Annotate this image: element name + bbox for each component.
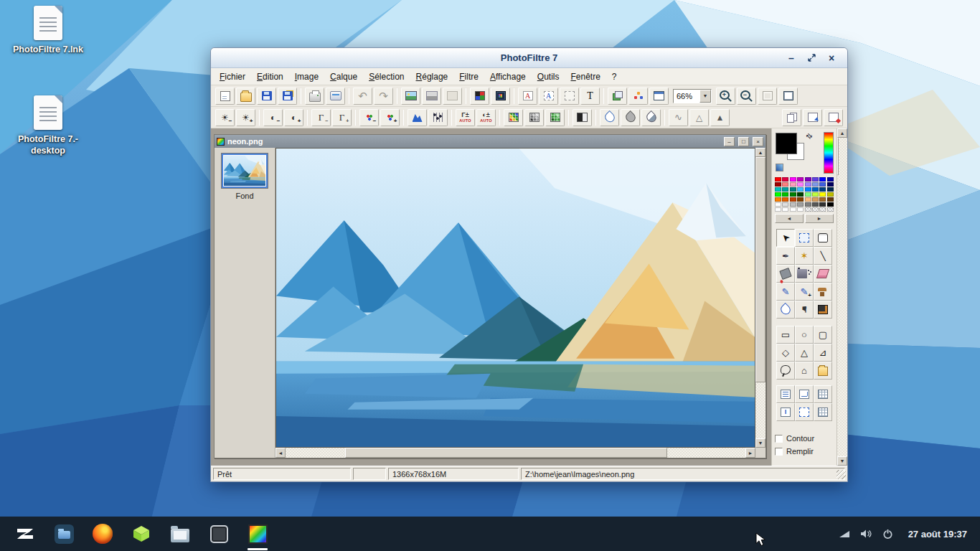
palette-color[interactable] — [805, 202, 811, 207]
window-titlebar[interactable]: PhotoFiltre 7 – × — [211, 48, 847, 68]
palette-color[interactable] — [827, 192, 834, 197]
palette-color[interactable] — [819, 177, 826, 182]
palette-next-button[interactable]: ► — [805, 214, 834, 223]
palette-color[interactable] — [790, 197, 796, 202]
palette-color[interactable] — [782, 202, 788, 207]
palette-color[interactable] — [790, 182, 796, 187]
palette-color[interactable] — [819, 207, 826, 212]
hue-gradient-strip[interactable] — [824, 132, 834, 174]
palette-color[interactable] — [775, 207, 781, 212]
palette-color[interactable] — [790, 177, 796, 182]
grid-green-button[interactable] — [545, 109, 565, 126]
palette-color[interactable] — [805, 182, 811, 187]
palette-color[interactable] — [812, 187, 819, 192]
eyedropper-button[interactable]: ✒ — [776, 247, 795, 265]
palette-color[interactable] — [812, 202, 819, 207]
new-button[interactable] — [215, 88, 235, 105]
redo-button[interactable]: ↷ — [374, 88, 393, 105]
close-button[interactable]: × — [823, 51, 840, 65]
palette-color[interactable] — [827, 182, 834, 187]
palette-color[interactable] — [797, 192, 804, 197]
scroll-track[interactable] — [755, 157, 765, 438]
network-tray-button[interactable] — [834, 517, 855, 551]
palette-color[interactable] — [790, 187, 796, 192]
clone-button[interactable] — [814, 283, 832, 301]
layers-button[interactable] — [608, 88, 627, 105]
text-book-button[interactable]: A — [518, 88, 537, 105]
menu-affichage[interactable]: Affichage — [484, 70, 532, 84]
volume-tray-button[interactable] — [855, 517, 877, 551]
palette-color[interactable] — [819, 202, 826, 207]
power-tray-button[interactable] — [877, 517, 898, 551]
drop-gray-button[interactable] — [621, 109, 640, 126]
scroll-down-button[interactable]: ▼ — [755, 438, 765, 448]
option-grid-button[interactable] — [814, 385, 832, 403]
blur-button[interactable] — [776, 301, 795, 319]
round-rect-button[interactable]: ▢ — [814, 326, 832, 344]
triangle-button[interactable]: △ — [795, 344, 814, 362]
palette-color[interactable] — [782, 182, 788, 187]
menu-fenetre[interactable]: Fenêtre — [565, 70, 606, 84]
shape-open-button[interactable] — [814, 362, 832, 380]
desktop-icon-photofiltre-lnk[interactable]: PhotoFiltre 7.lnk — [11, 6, 85, 55]
palette-color[interactable] — [775, 182, 781, 187]
palette-color[interactable] — [797, 207, 804, 212]
rgb-mode-button[interactable] — [470, 88, 489, 105]
zoom-out-button[interactable]: − — [737, 88, 756, 105]
option-size-button[interactable] — [795, 385, 814, 403]
palette-color[interactable] — [782, 207, 788, 212]
palette-color[interactable] — [797, 177, 804, 182]
document-minimize-button[interactable]: – — [724, 137, 735, 146]
saturation-plus-button[interactable]: + — [380, 109, 400, 126]
contour-checkbox[interactable]: Contour — [775, 434, 834, 443]
menu-calque[interactable]: Calque — [324, 70, 363, 84]
palette-color[interactable] — [812, 207, 819, 212]
menu-reglage[interactable]: Réglage — [410, 70, 454, 84]
palette-color[interactable] — [805, 207, 811, 212]
drop-outline-button[interactable] — [600, 109, 619, 126]
canvas-horizontal-scrollbar[interactable]: ◄ ► — [275, 448, 755, 458]
gamma-minus-button[interactable]: Γ− — [311, 109, 331, 126]
menu-selection[interactable]: Sélection — [363, 70, 410, 84]
lasso-button[interactable] — [776, 362, 795, 380]
palette-color[interactable] — [782, 187, 788, 192]
smudge-button[interactable]: ☛ — [795, 301, 814, 319]
palette-color[interactable] — [805, 177, 811, 182]
palette-color[interactable] — [775, 177, 781, 182]
open-button[interactable] — [236, 88, 255, 105]
palette-color[interactable] — [797, 187, 804, 192]
palette-color[interactable] — [819, 197, 826, 202]
contrast-auto-button[interactable]: ◐±AUTO — [476, 109, 496, 126]
rect-button[interactable]: ▭ — [776, 326, 795, 344]
scroll-left-button[interactable]: ◄ — [275, 448, 286, 458]
foreground-color-swatch[interactable] — [776, 133, 797, 154]
palette-color[interactable] — [790, 207, 796, 212]
ellipse-button[interactable]: ○ — [795, 326, 814, 344]
palette-color[interactable] — [775, 187, 781, 192]
palette-color[interactable] — [819, 182, 826, 187]
cursor-button[interactable]: ➤ — [776, 229, 795, 247]
palette-color[interactable] — [827, 202, 834, 207]
sharpen-button[interactable]: ▲ — [710, 109, 730, 126]
maximize-button[interactable] — [803, 51, 820, 65]
palette-color[interactable] — [805, 192, 811, 197]
palette-color[interactable] — [812, 192, 819, 197]
saturation-minus-button[interactable]: − — [359, 109, 379, 126]
image-canvas[interactable] — [275, 148, 755, 448]
export-button[interactable] — [824, 109, 843, 126]
zoom-combo[interactable]: 66% ▼ — [673, 89, 712, 103]
scroll-track[interactable] — [286, 448, 745, 458]
palette-color[interactable] — [805, 197, 811, 202]
line-button[interactable]: ╲ — [814, 247, 832, 265]
undo-button[interactable]: ↶ — [353, 88, 372, 105]
remplir-checkbox[interactable]: Remplir — [775, 447, 834, 456]
grid-gray-button[interactable] — [524, 109, 544, 126]
palette-color[interactable] — [797, 202, 804, 207]
document-maximize-button[interactable]: □ — [738, 137, 749, 146]
brush-adv-button[interactable]: ✎+ — [795, 283, 814, 301]
menu-fichier[interactable]: Fichier — [214, 70, 251, 84]
palette-color[interactable] — [812, 182, 819, 187]
menu-filtre[interactable]: Filtre — [453, 70, 484, 84]
soften-button[interactable]: △ — [689, 109, 709, 126]
zoom-in-button[interactable]: + — [716, 88, 735, 105]
